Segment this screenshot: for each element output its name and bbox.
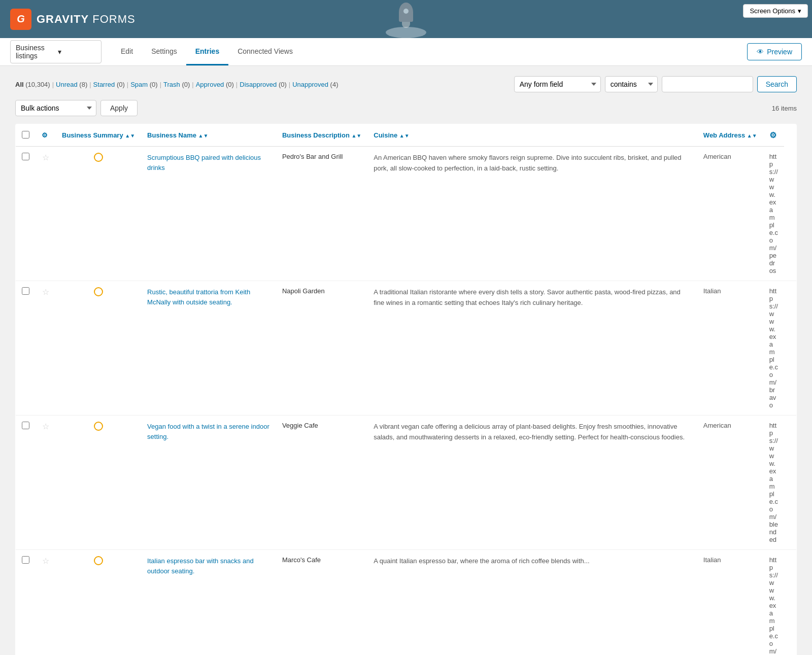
bulk-actions-select[interactable]: Bulk actions Mark as Read Mark as Unread… bbox=[15, 100, 96, 116]
row-status-cell-1 bbox=[56, 281, 141, 416]
row-star-cell-1[interactable]: ☆ bbox=[36, 281, 56, 416]
row-web-cell-2: https://www.example.com/blended bbox=[763, 416, 784, 550]
cuisine-text-1: Italian bbox=[703, 287, 721, 295]
row-checkbox-3[interactable] bbox=[22, 556, 29, 564]
logo-area: G GRAVITY FORMS bbox=[10, 9, 136, 30]
star-icon-2[interactable]: ☆ bbox=[42, 422, 49, 431]
cuisine-text-3: Italian bbox=[703, 556, 721, 564]
row-cuisine-cell-0: American bbox=[697, 147, 763, 281]
row-checkbox-1[interactable] bbox=[22, 287, 29, 295]
row-checkbox-cell-3[interactable] bbox=[16, 550, 36, 656]
form-field-select[interactable]: Any form field Business Summary Business… bbox=[514, 76, 601, 92]
status-circle-0 bbox=[94, 153, 103, 162]
nav-links: Edit Settings Entries Connected Views bbox=[112, 38, 302, 65]
filter-unapproved[interactable]: Unapproved (4) bbox=[292, 81, 338, 88]
row-cuisine-cell-2: American bbox=[697, 416, 763, 550]
row-status-cell-2 bbox=[56, 416, 141, 550]
cuisine-header[interactable]: Cuisine ▲▼ bbox=[367, 124, 697, 147]
form-nav: Business listings ▾ Edit Settings Entrie… bbox=[0, 38, 812, 66]
logo-letter: G bbox=[17, 13, 25, 25]
form-selector-chevron: ▾ bbox=[58, 48, 96, 56]
row-checkbox-cell-0[interactable] bbox=[16, 147, 36, 281]
top-bar: G GRAVITY FORMS Screen Options ▾ bbox=[0, 0, 812, 38]
screen-options-button[interactable]: Screen Options ▾ bbox=[743, 4, 808, 18]
table-header-row: ⚙ Business Summary ▲▼ Business Name ▲▼ B… bbox=[16, 124, 797, 147]
preview-button[interactable]: 👁 Preview bbox=[747, 43, 802, 60]
nav-link-edit[interactable]: Edit bbox=[112, 38, 142, 65]
nav-link-connected-views[interactable]: Connected Views bbox=[228, 38, 302, 65]
row-status-cell-0 bbox=[56, 147, 141, 281]
entries-table: ⚙ Business Summary ▲▼ Business Name ▲▼ B… bbox=[15, 124, 797, 655]
filter-disapproved[interactable]: Disapproved (0) bbox=[240, 81, 287, 88]
row-gear-cell-0 bbox=[784, 147, 797, 281]
summary-link-1[interactable]: Rustic, beautiful trattoria from Keith M… bbox=[147, 288, 250, 306]
web-address-3: https://www.example.com/billscafe bbox=[769, 556, 778, 655]
row-checkbox-0[interactable] bbox=[22, 153, 29, 160]
status-circle-2 bbox=[94, 422, 103, 431]
search-button[interactable]: Search bbox=[757, 76, 797, 92]
row-checkbox-cell-1[interactable] bbox=[16, 281, 36, 416]
filter-unread[interactable]: Unread (8) bbox=[56, 81, 87, 88]
table-row: ☆ Vegan food with a twist in a serene in… bbox=[16, 416, 797, 550]
row-name-cell-1: Napoli Garden bbox=[276, 281, 367, 416]
description-text-2: A vibrant vegan cafe offering a deliciou… bbox=[374, 423, 685, 441]
settings-icon: ⚙ bbox=[42, 131, 48, 139]
business-description-header[interactable]: Business Description ▲▼ bbox=[276, 124, 367, 147]
table-row: ☆ Rustic, beautiful trattoria from Keith… bbox=[16, 281, 797, 416]
sort-arrows-desc: ▲▼ bbox=[351, 133, 361, 139]
web-address-header[interactable]: Web Address ▲▼ bbox=[697, 124, 763, 147]
row-summary-cell-2: Vegan food with a twist in a serene indo… bbox=[141, 416, 276, 550]
apply-button[interactable]: Apply bbox=[100, 100, 138, 116]
chevron-down-icon: ▾ bbox=[798, 7, 801, 15]
sort-arrows-name: ▲▼ bbox=[198, 133, 209, 139]
row-web-cell-1: https://www.example.com/bravo bbox=[763, 281, 784, 416]
sort-arrows-web: ▲▼ bbox=[747, 133, 757, 139]
row-checkbox-cell-2[interactable] bbox=[16, 416, 36, 550]
row-star-cell-0[interactable]: ☆ bbox=[36, 147, 56, 281]
nav-link-settings[interactable]: Settings bbox=[142, 38, 186, 65]
condition-select[interactable]: contains is is not starts with ends with bbox=[605, 76, 658, 92]
row-star-cell-2[interactable]: ☆ bbox=[36, 416, 56, 550]
status-circle-3 bbox=[94, 556, 103, 565]
business-name-2: Veggie Cafe bbox=[282, 422, 318, 429]
business-summary-header[interactable]: Business Summary ▲▼ bbox=[56, 124, 141, 147]
select-all-checkbox[interactable] bbox=[22, 131, 29, 139]
summary-link-2[interactable]: Vegan food with a twist in a serene indo… bbox=[147, 423, 269, 440]
rocket-illustration bbox=[386, 3, 426, 38]
cuisine-text-0: American bbox=[703, 153, 731, 160]
business-name-header[interactable]: Business Name ▲▼ bbox=[141, 124, 276, 147]
status-icon-header: ⚙ bbox=[36, 124, 56, 147]
row-web-cell-0: https://www.example.com/pedros bbox=[763, 147, 784, 281]
filter-all[interactable]: All (10,304) bbox=[15, 81, 50, 88]
table-row: ☆ Scrumptious BBQ paired with delicious … bbox=[16, 147, 797, 281]
description-text-0: An American BBQ haven where smoky flavor… bbox=[374, 154, 681, 172]
description-text-1: A traditional Italian ristorante where e… bbox=[374, 288, 681, 306]
sort-arrows-summary: ▲▼ bbox=[125, 133, 135, 139]
row-desc-cell-1: A traditional Italian ristorante where e… bbox=[367, 281, 697, 416]
star-icon-0[interactable]: ☆ bbox=[42, 153, 49, 162]
star-icon-3[interactable]: ☆ bbox=[42, 557, 49, 565]
row-cuisine-cell-3: Italian bbox=[697, 550, 763, 656]
row-summary-cell-3: Italian espresso bar with snacks and out… bbox=[141, 550, 276, 656]
form-selector[interactable]: Business listings ▾ bbox=[10, 40, 101, 63]
eye-icon: 👁 bbox=[757, 48, 764, 56]
select-all-header[interactable] bbox=[16, 124, 36, 147]
search-input[interactable] bbox=[662, 76, 753, 92]
nav-link-entries[interactable]: Entries bbox=[186, 38, 228, 65]
row-cuisine-cell-1: Italian bbox=[697, 281, 763, 416]
filter-bar: All (10,304) | Unread (8) | Starred (0) … bbox=[15, 76, 797, 92]
gear-header[interactable]: ⚙ bbox=[763, 124, 784, 147]
summary-link-3[interactable]: Italian espresso bar with snacks and out… bbox=[147, 557, 254, 575]
row-checkbox-2[interactable] bbox=[22, 422, 29, 429]
filter-starred[interactable]: Starred (0) bbox=[93, 81, 125, 88]
row-summary-cell-1: Rustic, beautiful trattoria from Keith M… bbox=[141, 281, 276, 416]
filter-trash[interactable]: Trash (0) bbox=[163, 81, 190, 88]
star-icon-1[interactable]: ☆ bbox=[42, 288, 49, 296]
web-address-0: https://www.example.com/pedros bbox=[769, 153, 778, 274]
row-star-cell-3[interactable]: ☆ bbox=[36, 550, 56, 656]
sort-arrows-cuisine: ▲▼ bbox=[399, 133, 410, 139]
filter-approved[interactable]: Approved (0) bbox=[196, 81, 234, 88]
filter-spam[interactable]: Spam (0) bbox=[130, 81, 157, 88]
summary-link-0[interactable]: Scrumptious BBQ paired with delicious dr… bbox=[147, 154, 261, 171]
row-gear-cell-2 bbox=[784, 416, 797, 550]
